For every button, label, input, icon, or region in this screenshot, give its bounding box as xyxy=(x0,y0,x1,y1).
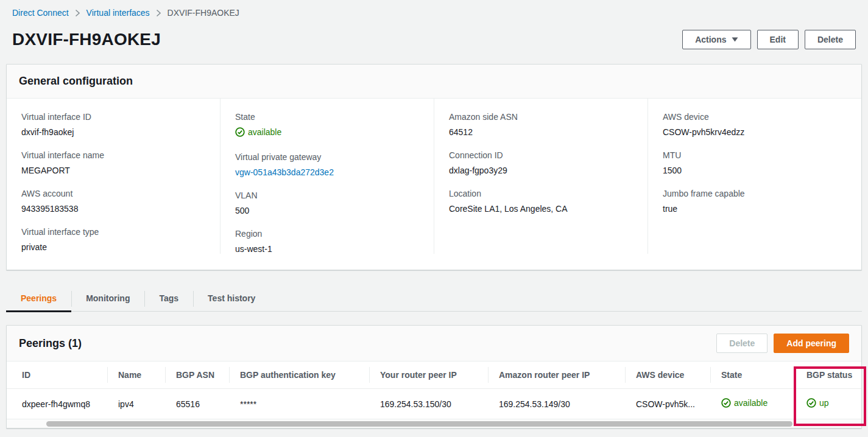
general-configuration-card: General configuration Virtual interface … xyxy=(6,64,862,270)
bgp-status-text: up xyxy=(819,398,829,408)
general-configuration-title: General configuration xyxy=(7,65,861,99)
cell-peering-id: dxpeer-fh4gwmq8 xyxy=(7,389,107,419)
header-actions: Actions Edit Delete xyxy=(682,30,856,49)
general-column-4: AWS device CSOW-pvh5krv4edzz MTU 1500 Ju… xyxy=(648,99,861,254)
field-label: AWS account xyxy=(21,189,205,198)
general-column-1: Virtual interface ID dxvif-fh9aokej Virt… xyxy=(7,99,221,254)
breadcrumb: Direct Connect Virtual interfaces DXVIF-… xyxy=(0,0,868,18)
cell-bgp-auth-key: ***** xyxy=(229,389,369,419)
peerings-actions: Delete Add peering xyxy=(716,334,849,353)
column-header-name: Name xyxy=(107,362,165,389)
tab-peerings[interactable]: Peerings xyxy=(6,287,71,311)
peerings-table: ID Name BGP ASN BGP authentication key Y… xyxy=(7,362,861,419)
breadcrumb-separator-icon xyxy=(156,9,161,17)
cell-name: ipv4 xyxy=(107,389,165,419)
general-column-3: Amazon side ASN 64512 Connection ID dxla… xyxy=(434,99,648,254)
cell-amazon-router-peer-ip: 169.254.53.149/30 xyxy=(488,389,625,419)
bgp-status-badge: up xyxy=(806,398,829,408)
column-header-bgp-auth-key: BGP authentication key xyxy=(229,362,369,389)
column-header-state: State xyxy=(710,362,796,389)
check-circle-icon xyxy=(806,398,816,408)
field-label: Location xyxy=(449,189,633,198)
virtual-private-gateway-link[interactable]: vgw-051a43b3da272d3e2 xyxy=(235,167,334,177)
actions-button[interactable]: Actions xyxy=(682,30,750,49)
general-column-2: State available Virtual private gateway … xyxy=(221,99,434,254)
state-status-badge: available xyxy=(235,127,281,137)
breadcrumb-current: DXVIF-FH9AOKEJ xyxy=(168,8,239,18)
state-status-text: available xyxy=(248,127,281,137)
breadcrumb-link-virtual-interfaces[interactable]: Virtual interfaces xyxy=(86,8,150,18)
column-header-your-router-peer-ip: Your router peer IP xyxy=(369,362,488,389)
add-peering-button[interactable]: Add peering xyxy=(774,334,849,353)
cell-aws-device: CSOW-pvh5k... xyxy=(625,389,710,419)
column-header-bgp-asn: BGP ASN xyxy=(165,362,229,389)
edit-button[interactable]: Edit xyxy=(757,30,799,49)
aws-account-value: 943395183538 xyxy=(21,204,205,214)
field-label: State xyxy=(235,112,419,122)
aws-device-value: CSOW-pvh5krv4edzz xyxy=(663,127,847,137)
location-value: CoreSite LA1, Los Angeles, CA xyxy=(449,204,633,214)
detail-tabs: Peerings Monitoring Tags Test history xyxy=(6,287,862,312)
cell-bgp-status: up xyxy=(796,389,861,419)
field-label: Virtual interface type xyxy=(21,227,205,237)
virtual-interface-name-value: MEGAPORT xyxy=(21,166,205,175)
peerings-count: (1) xyxy=(68,337,82,349)
peerings-card: Peerings (1) Delete Add peering ID Name … xyxy=(6,325,862,428)
actions-button-label: Actions xyxy=(695,35,726,44)
caret-down-icon xyxy=(732,37,738,42)
horizontal-scrollbar-thumb[interactable] xyxy=(46,421,792,427)
state-badge: available xyxy=(721,398,767,408)
field-label: MTU xyxy=(663,150,847,160)
delete-button-label: Delete xyxy=(817,35,843,44)
check-circle-icon xyxy=(721,398,731,408)
delete-button[interactable]: Delete xyxy=(805,30,856,49)
field-label: VLAN xyxy=(235,191,419,200)
field-label: Amazon side ASN xyxy=(449,112,633,122)
mtu-value: 1500 xyxy=(663,166,847,175)
general-configuration-body: Virtual interface ID dxvif-fh9aokej Virt… xyxy=(7,99,861,270)
field-label: AWS device xyxy=(663,112,847,122)
jumbo-frame-capable-value: true xyxy=(663,204,847,214)
virtual-interface-type-value: private xyxy=(21,242,205,252)
connection-id-value: dxlag-fgpo3y29 xyxy=(449,166,633,175)
field-label: Connection ID xyxy=(449,150,633,160)
table-row[interactable]: dxpeer-fh4gwmq8 ipv4 65516 ***** 169.254… xyxy=(7,389,861,419)
tab-tags[interactable]: Tags xyxy=(144,287,193,311)
tab-test-history[interactable]: Test history xyxy=(193,287,270,311)
add-peering-label: Add peering xyxy=(786,338,836,348)
edit-button-label: Edit xyxy=(770,35,786,44)
column-header-bgp-status: BGP status xyxy=(796,362,861,389)
field-label: Virtual interface ID xyxy=(21,112,205,122)
field-label: Jumbo frame capable xyxy=(663,189,847,198)
peering-delete-label: Delete xyxy=(729,338,755,348)
cell-state: available xyxy=(710,389,796,419)
peerings-title-text: Peerings xyxy=(19,337,65,349)
breadcrumb-separator-icon xyxy=(75,9,80,17)
column-header-id: ID xyxy=(7,362,107,389)
cell-bgp-asn: 65516 xyxy=(165,389,229,419)
peerings-title: Peerings (1) xyxy=(19,337,82,350)
amazon-side-asn-value: 64512 xyxy=(449,127,633,137)
region-value: us-west-1 xyxy=(235,244,419,254)
page-header: DXVIF-FH9AOKEJ Actions Edit Delete xyxy=(0,18,868,49)
horizontal-scrollbar-track[interactable] xyxy=(7,419,861,428)
table-header-row: ID Name BGP ASN BGP authentication key Y… xyxy=(7,362,861,389)
column-header-amazon-router-peer-ip: Amazon router peer IP xyxy=(488,362,625,389)
column-header-aws-device: AWS device xyxy=(625,362,710,389)
breadcrumb-link-direct-connect[interactable]: Direct Connect xyxy=(12,8,69,18)
virtual-interface-id-value: dxvif-fh9aokej xyxy=(21,127,205,137)
peering-delete-button[interactable]: Delete xyxy=(716,334,767,353)
field-label: Virtual interface name xyxy=(21,150,205,160)
peerings-header: Peerings (1) Delete Add peering xyxy=(7,326,861,362)
state-text: available xyxy=(734,398,767,408)
vlan-value: 500 xyxy=(235,206,419,215)
check-circle-icon xyxy=(235,127,245,137)
field-label: Virtual private gateway xyxy=(235,152,419,162)
page-title: DXVIF-FH9AOKEJ xyxy=(12,30,161,49)
tab-monitoring[interactable]: Monitoring xyxy=(71,287,144,311)
cell-your-router-peer-ip: 169.254.53.150/30 xyxy=(369,389,488,419)
field-label: Region xyxy=(235,229,419,239)
